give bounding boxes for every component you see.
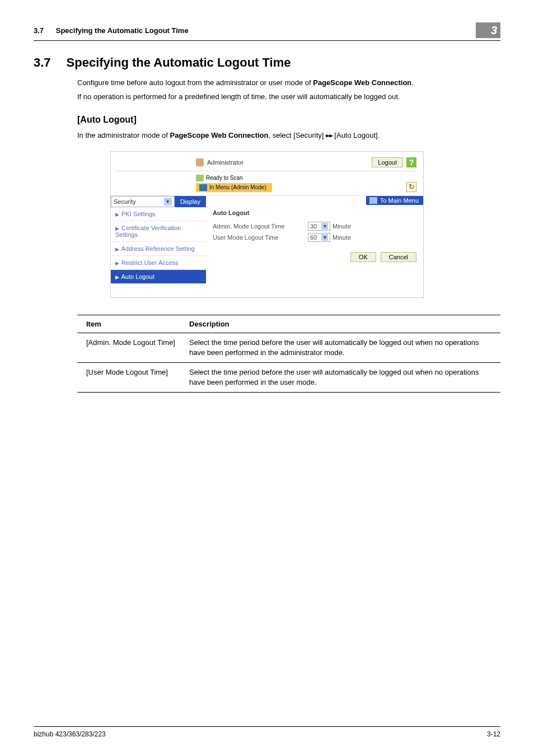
- sub-para-b: PageScope Web Connection: [170, 131, 268, 139]
- sidebar-item-cert[interactable]: ▶ Certificate Verification Settings: [111, 221, 206, 242]
- panel-title: Auto Logout: [206, 205, 423, 221]
- admin-logout-select[interactable]: 30 ▾: [308, 222, 330, 231]
- footer-product: bizhub 423/363/283/223: [34, 730, 106, 738]
- menu-mode-text: In Menu (Admin Mode): [209, 184, 266, 190]
- sub-para-a: In the administrator mode of: [77, 131, 170, 139]
- status-ready: Ready to Scan: [196, 175, 272, 181]
- user-logout-select[interactable]: 60 ▾: [308, 233, 330, 242]
- running-header: 3.7 Specifying the Automatic Logout Time…: [34, 22, 500, 38]
- main-panel: To Main Menu Auto Logout Admin. Mode Log…: [206, 196, 423, 297]
- sidebar-item-label: PKI Settings: [121, 211, 156, 217]
- page-footer: bizhub 423/363/283/223 3-12: [34, 726, 500, 738]
- user-logout-value: 60: [310, 234, 317, 241]
- sub-para-d: [Auto Logout].: [332, 131, 380, 139]
- intro-para-1: Configure time before auto logout from t…: [77, 78, 500, 88]
- admin-text: Administrator: [207, 159, 243, 166]
- chevron-down-icon: ▾: [321, 223, 328, 230]
- nav-arrow-icon: ▶: [115, 212, 119, 217]
- sidebar: Security ▾ Display ▶ PKI Settings ▶ Cert…: [111, 196, 206, 297]
- subheading-auto-logout: [Auto Logout]: [77, 115, 500, 125]
- refresh-button[interactable]: ↻: [406, 182, 416, 192]
- nav-arrow-icon: ▶: [115, 226, 119, 231]
- help-button[interactable]: ?: [406, 157, 416, 167]
- section-heading: 3.7 Specifying the Automatic Logout Time: [34, 55, 500, 70]
- sidebar-item-label: Restrict User Access: [121, 259, 178, 266]
- section-title: Specifying the Automatic Logout Time: [67, 55, 291, 70]
- cell-item: [Admin. Mode Logout Time]: [77, 333, 184, 362]
- col-description: Description: [184, 315, 500, 333]
- to-main-menu-label: To Main Menu: [380, 197, 419, 204]
- user-logout-row: User Mode Logout Time 60 ▾ Minute: [206, 232, 423, 243]
- description-table: Item Description [Admin. Mode Logout Tim…: [77, 315, 500, 393]
- col-item: Item: [77, 315, 184, 333]
- logout-button[interactable]: Logout: [372, 157, 403, 167]
- sub-para: In the administrator mode of PageScope W…: [77, 130, 500, 141]
- header-rule: [34, 40, 500, 41]
- cell-desc: Select the time period before the user w…: [184, 333, 500, 362]
- ok-button[interactable]: OK: [350, 252, 376, 262]
- intro-para-1b: PageScope Web Connection: [313, 78, 411, 87]
- sidebar-item-restrict[interactable]: ▶ Restrict User Access: [111, 256, 206, 270]
- sidebar-item-label: Address Reference Setting: [121, 245, 194, 252]
- sidebar-item-addr[interactable]: ▶ Address Reference Setting: [111, 242, 206, 256]
- admin-logout-row: Admin. Mode Logout Time 30 ▾ Minute: [206, 221, 423, 232]
- sidebar-item-label: Auto Logout: [121, 273, 154, 280]
- menu-mode-badge: In Menu (Admin Mode): [196, 183, 272, 192]
- intro-para-1c: .: [411, 78, 414, 87]
- chapter-badge: 3: [476, 22, 500, 38]
- printer-icon: [196, 175, 204, 181]
- admin-logout-label: Admin. Mode Logout Time: [213, 223, 308, 230]
- arrow-icon: ►►: [326, 130, 332, 141]
- table-row: [Admin. Mode Logout Time] Select the tim…: [77, 333, 500, 362]
- cell-desc: Select the time period before the user w…: [184, 362, 500, 392]
- sub-para-c: , select [Security]: [269, 131, 326, 139]
- footer-page-number: 3-12: [487, 730, 500, 738]
- category-select[interactable]: Security ▾: [111, 196, 175, 207]
- nav-arrow-icon: ▶: [115, 274, 119, 280]
- header-section-num: 3.7: [34, 26, 44, 35]
- admin-icon: [196, 158, 204, 166]
- sidebar-item-label: Certificate Verification Settings: [115, 225, 181, 238]
- table-header-row: Item Description: [77, 315, 500, 333]
- chevron-down-icon: ▾: [321, 234, 328, 241]
- chevron-down-icon: ▾: [164, 198, 172, 206]
- cancel-button[interactable]: Cancel: [381, 252, 416, 262]
- menu-mode-icon: [199, 184, 207, 191]
- intro-para-1a: Configure time before auto logout from t…: [77, 78, 313, 87]
- unit-label: Minute: [332, 223, 351, 230]
- category-select-value: Security: [114, 198, 136, 205]
- embedded-screenshot: Administrator Logout ? Ready to Scan In …: [110, 151, 424, 298]
- section-number: 3.7: [34, 55, 51, 70]
- sidebar-item-auto-logout[interactable]: ▶ Auto Logout: [111, 270, 206, 284]
- intro-para-2: If no operation is performed for a prede…: [77, 92, 500, 102]
- user-logout-label: User Mode Logout Time: [213, 234, 308, 241]
- display-button[interactable]: Display: [175, 196, 206, 207]
- nav-arrow-icon: ▶: [115, 260, 119, 266]
- nav-arrow-icon: ▶: [115, 246, 119, 252]
- cell-item: [User Mode Logout Time]: [77, 362, 184, 392]
- main-menu-icon: [369, 197, 377, 204]
- table-row: [User Mode Logout Time] Select the time …: [77, 362, 500, 392]
- admin-logout-value: 30: [310, 223, 317, 230]
- header-left: 3.7 Specifying the Automatic Logout Time: [34, 26, 189, 35]
- to-main-menu-button[interactable]: To Main Menu: [366, 196, 423, 205]
- sidebar-item-pki[interactable]: ▶ PKI Settings: [111, 207, 206, 221]
- admin-label: Administrator: [196, 158, 243, 166]
- status-ready-text: Ready to Scan: [206, 175, 243, 181]
- unit-label: Minute: [332, 234, 351, 241]
- header-section-title: Specifying the Automatic Logout Time: [56, 26, 189, 35]
